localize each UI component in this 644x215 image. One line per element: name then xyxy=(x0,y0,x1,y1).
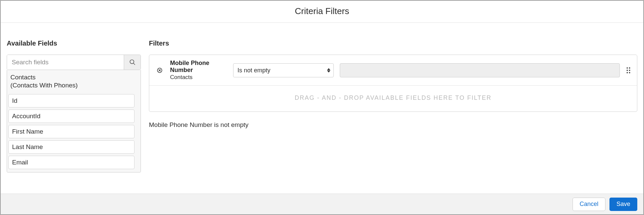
remove-filter-button[interactable] xyxy=(155,66,164,75)
search-icon xyxy=(129,59,136,66)
svg-line-1 xyxy=(133,63,135,65)
filter-row: Mobile Phone Number Contacts Is not empt… xyxy=(149,55,637,86)
fields-list[interactable]: Contacts (Contacts With Phones) Id Accou… xyxy=(7,70,141,172)
available-field-item[interactable]: First Name xyxy=(8,125,135,138)
search-fields-input[interactable] xyxy=(7,55,124,70)
save-button[interactable]: Save xyxy=(609,198,637,211)
filter-operator-wrapper: Is not empty xyxy=(233,63,334,77)
filter-field-label: Mobile Phone Number Contacts xyxy=(170,60,227,81)
filter-operator-select[interactable]: Is not empty xyxy=(233,63,334,77)
search-fields-wrapper xyxy=(7,55,141,70)
search-button[interactable] xyxy=(124,55,141,70)
filter-field-name: Mobile Phone Number xyxy=(170,60,227,73)
dialog-title: Criteria Filters xyxy=(1,6,643,16)
filter-summary-text: Mobile Phone Number is not empty xyxy=(149,121,637,129)
filter-field-source: Contacts xyxy=(170,74,227,81)
dialog-footer: Cancel Save xyxy=(1,194,643,214)
available-fields-heading: Available Fields xyxy=(7,40,141,47)
filters-container: Mobile Phone Number Contacts Is not empt… xyxy=(149,55,637,112)
filter-value-input[interactable] xyxy=(340,63,620,77)
field-group-name: Contacts xyxy=(10,73,132,81)
field-group-header: Contacts (Contacts With Phones) xyxy=(8,71,135,92)
available-field-item[interactable]: Last Name xyxy=(8,140,135,154)
svg-point-0 xyxy=(130,60,134,64)
filters-heading: Filters xyxy=(149,40,637,47)
filters-panel: Filters Mobile Phone Number Contacts Is xyxy=(149,40,637,194)
available-field-item[interactable]: Id xyxy=(8,94,135,108)
drag-handle-icon[interactable] xyxy=(626,66,631,75)
available-fields-panel: Available Fields Contacts (Contacts With… xyxy=(7,40,141,194)
remove-icon xyxy=(157,67,163,73)
cancel-button[interactable]: Cancel xyxy=(573,198,605,211)
filter-drop-zone[interactable]: DRAG - AND - DROP AVAILABLE FIELDS HERE … xyxy=(149,86,637,112)
field-group-sub: (Contacts With Phones) xyxy=(10,81,132,89)
dialog-header: Criteria Filters xyxy=(1,1,643,23)
available-field-item[interactable]: AccountId xyxy=(8,110,135,123)
available-field-item[interactable]: Email xyxy=(8,156,135,169)
